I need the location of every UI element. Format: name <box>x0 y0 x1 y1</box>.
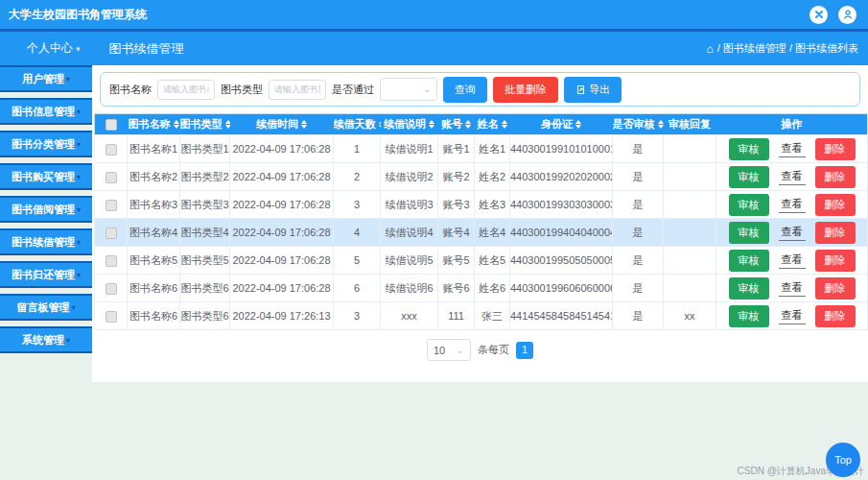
cell-review-reply <box>664 191 716 219</box>
row-checkbox[interactable] <box>106 311 117 323</box>
breadcrumb-item[interactable]: 图书续借列表 <box>795 42 858 54</box>
sidebar-item[interactable]: 图书借阅管理 <box>0 196 92 223</box>
sort-icon[interactable] <box>379 120 381 129</box>
cell-book-type: 图书类型6 <box>180 275 230 302</box>
back-to-top-button[interactable]: Top <box>826 443 860 477</box>
review-button[interactable]: 审核 <box>729 305 769 327</box>
view-link[interactable]: 查看 <box>779 308 806 324</box>
column-header[interactable]: 图书名称 <box>128 114 180 135</box>
cell-account: 111 <box>438 302 475 330</box>
column-header[interactable]: 图书类型 <box>180 114 230 135</box>
review-button[interactable]: 审核 <box>729 277 769 300</box>
pass-select[interactable] <box>380 78 437 101</box>
cell-id-card: 441454584584514541 <box>510 302 613 330</box>
sidebar-item[interactable]: 系统管理 <box>0 326 92 353</box>
sidebar-item[interactable]: 用户管理 <box>0 65 92 92</box>
sort-icon[interactable] <box>429 120 434 129</box>
query-button[interactable]: 查询 <box>443 77 487 103</box>
title-bar: 大学生校园图书角管理系统 <box>0 0 868 32</box>
sidebar-item[interactable]: 图书分类管理 <box>0 131 92 157</box>
review-button[interactable]: 审核 <box>729 250 769 272</box>
delete-button[interactable]: 删除 <box>815 166 856 188</box>
view-link[interactable]: 查看 <box>779 169 806 185</box>
cell-id-card: 440300199404040004 <box>510 219 613 247</box>
book-type-input[interactable] <box>269 80 326 100</box>
sort-icon[interactable] <box>301 120 307 129</box>
cell-reviewed: 是 <box>613 247 664 275</box>
sort-icon[interactable] <box>575 120 581 129</box>
view-link[interactable]: 查看 <box>779 197 806 213</box>
cell-renew-time: 2022-04-09 17:06:28 <box>230 191 334 219</box>
sidebar-item[interactable]: 图书归还管理 <box>0 261 92 288</box>
table-row: 图书名称6图书类型62022-04-09 17:06:286续借说明6账号6姓名… <box>95 275 868 302</box>
cell-account: 账号2 <box>438 163 475 191</box>
delete-button[interactable]: 删除 <box>815 138 856 160</box>
sidebar-item[interactable]: 图书信息管理 <box>0 98 92 125</box>
cell-renew-time: 2022-04-09 17:06:28 <box>230 219 334 247</box>
table-row: 图书名称2图书类型22022-04-09 17:06:282续借说明2账号2姓名… <box>95 163 868 191</box>
fullscreen-icon[interactable] <box>809 6 828 24</box>
sort-icon[interactable] <box>502 120 507 129</box>
breadcrumb-item[interactable]: 图书续借管理 <box>723 42 786 54</box>
row-checkbox[interactable] <box>106 172 117 183</box>
delete-button[interactable]: 删除 <box>815 277 856 300</box>
select-all-checkbox[interactable] <box>106 119 117 131</box>
cell-reviewed: 是 <box>613 163 664 191</box>
review-button[interactable]: 审核 <box>729 138 769 160</box>
cell-account: 账号6 <box>438 275 475 302</box>
page-size-select[interactable]: 10 <box>427 339 471 361</box>
sort-icon[interactable] <box>174 120 179 129</box>
sort-icon[interactable] <box>225 120 230 129</box>
cell-renew-desc: 续借说明2 <box>381 163 438 191</box>
column-header[interactable]: 续借天数 <box>334 114 381 135</box>
cell-renew-time: 2022-04-09 17:06:28 <box>230 163 334 191</box>
row-checkbox[interactable] <box>106 144 117 156</box>
review-button[interactable]: 审核 <box>729 194 769 216</box>
cell-id-card: 440300199101010001 <box>510 135 613 163</box>
sort-icon[interactable] <box>465 120 471 129</box>
personal-center-menu[interactable]: 个人中心 <box>27 40 81 57</box>
sort-icon[interactable] <box>658 120 664 129</box>
action-buttons: 审核查看删除 <box>716 277 867 300</box>
view-link[interactable]: 查看 <box>779 252 806 269</box>
review-button[interactable]: 审核 <box>729 166 769 188</box>
main-panel: 图书名称 图书类型 是否通过 查询 批量删除 导出 图书名称图书类型续借时间续借… <box>92 65 868 382</box>
cell-review-reply: xx <box>664 302 716 330</box>
sidebar-item[interactable]: 图书购买管理 <box>0 163 92 190</box>
cell-checkbox <box>95 247 128 275</box>
column-header[interactable]: 是否审核 <box>613 114 664 135</box>
row-checkbox[interactable] <box>106 228 117 239</box>
export-button[interactable]: 导出 <box>564 77 622 103</box>
row-checkbox[interactable] <box>106 200 117 211</box>
page-number-button[interactable]: 1 <box>516 342 533 359</box>
row-checkbox[interactable] <box>106 283 117 295</box>
delete-button[interactable]: 删除 <box>815 305 856 327</box>
view-link[interactable]: 查看 <box>779 141 806 157</box>
user-icon[interactable] <box>838 6 856 24</box>
book-name-input[interactable] <box>157 80 215 100</box>
delete-button[interactable]: 删除 <box>815 250 856 272</box>
cell-reviewed: 是 <box>613 302 664 330</box>
cell-name: 姓名5 <box>475 247 510 275</box>
review-button[interactable]: 审核 <box>729 222 769 244</box>
column-header[interactable]: 续借说明 <box>381 114 438 135</box>
cell-renew-time: 2022-04-09 17:06:28 <box>230 275 334 302</box>
column-header[interactable]: 身份证 <box>510 114 613 135</box>
column-header[interactable]: 续借时间 <box>230 114 334 135</box>
column-header[interactable]: 姓名 <box>475 114 510 135</box>
delete-button[interactable]: 删除 <box>815 222 856 244</box>
row-checkbox[interactable] <box>106 255 117 267</box>
delete-button[interactable]: 删除 <box>815 194 856 216</box>
home-icon[interactable]: ⌂ <box>706 42 713 56</box>
view-link[interactable]: 查看 <box>779 225 806 241</box>
column-header[interactable]: 账号 <box>438 114 475 135</box>
cell-renew-desc: 续借说明6 <box>381 275 438 302</box>
batch-delete-button[interactable]: 批量删除 <box>493 77 558 103</box>
sidebar-item[interactable]: 图书续借管理 <box>0 228 92 255</box>
cell-renew-days: 2 <box>334 163 381 191</box>
view-link[interactable]: 查看 <box>779 280 806 297</box>
sidebar-item[interactable]: 留言板管理 <box>0 294 92 321</box>
column-header-label: 身份证 <box>541 117 581 132</box>
cell-renew-time: 2022-04-09 17:06:28 <box>230 135 334 163</box>
cell-review-reply <box>664 219 716 247</box>
